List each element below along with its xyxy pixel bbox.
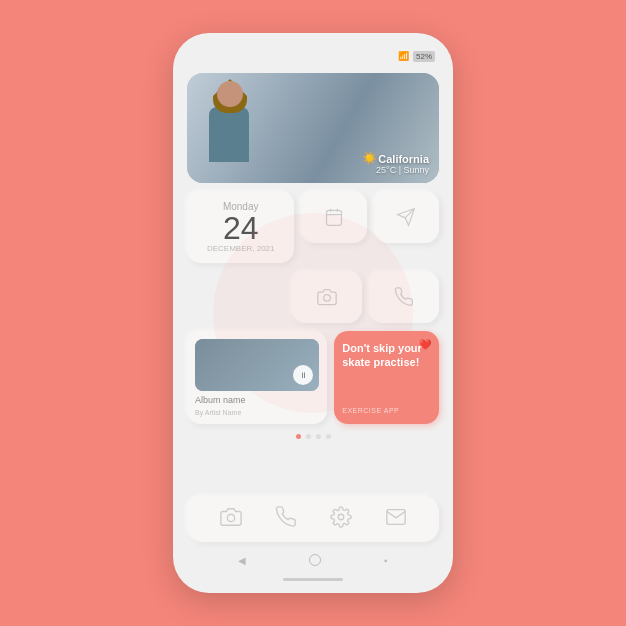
sun-icon: ☀️ <box>362 151 377 165</box>
dot-3[interactable] <box>316 434 321 439</box>
home-indicator-row: ◀ ▪ <box>187 550 439 568</box>
pause-icon: ⏸ <box>299 371 307 380</box>
dock-phone-icon <box>275 506 297 528</box>
send-app-widget[interactable] <box>374 191 439 243</box>
battery-indicator: 52% <box>413 51 435 62</box>
dock-settings-icon <box>330 506 352 528</box>
weather-info: California 25°C | Sunny <box>376 153 429 175</box>
svg-point-6 <box>324 295 331 302</box>
dot-4[interactable] <box>326 434 331 439</box>
weather-temp: 25°C | Sunny <box>376 165 429 175</box>
dock-mail-button[interactable] <box>385 506 407 532</box>
dock <box>187 496 439 542</box>
dot-1[interactable] <box>296 434 301 439</box>
person-head <box>217 81 243 107</box>
home-bar <box>283 578 343 581</box>
music-widget[interactable]: ⏸ Album name By Artist Name <box>187 331 327 424</box>
person-body <box>209 107 249 162</box>
svg-point-7 <box>227 514 234 521</box>
dock-camera-icon <box>220 506 242 528</box>
square-button[interactable]: ▪ <box>384 555 388 566</box>
exercise-widget[interactable]: ❤️ Don't skip your skate practise! EXERC… <box>334 331 439 424</box>
svg-rect-0 <box>327 210 342 225</box>
home-button[interactable] <box>309 554 321 566</box>
calendar-app-widget[interactable] <box>301 191 366 243</box>
dock-phone-button[interactable] <box>275 506 297 532</box>
calendar-widget[interactable]: Monday 24 DECEMBER, 2021 <box>187 191 294 263</box>
music-artist: By Artist Name <box>195 409 241 416</box>
wifi-icon: 📶 <box>398 51 409 61</box>
phone-frame: 📶 52% California 25°C | Sunny ☀️ Monday … <box>173 33 453 593</box>
exercise-message: Don't skip your skate practise! <box>342 341 431 370</box>
heart-icon: ❤️ <box>419 339 431 350</box>
send-icon <box>396 207 416 227</box>
dot-2[interactable] <box>306 434 311 439</box>
widgets-row-2 <box>187 271 439 323</box>
exercise-app-label: EXERCISE APP <box>342 407 399 414</box>
widgets-row-1: Monday 24 DECEMBER, 2021 <box>187 191 439 263</box>
calendar-icon <box>324 207 344 227</box>
camera-icon <box>317 287 337 307</box>
calendar-month: DECEMBER, 2021 <box>195 244 286 253</box>
back-button[interactable]: ◀ <box>238 555 246 566</box>
phone-app-widget[interactable] <box>369 271 439 323</box>
dock-settings-button[interactable] <box>330 506 352 532</box>
svg-point-8 <box>338 514 344 520</box>
music-thumbnail: ⏸ <box>195 339 319 391</box>
calendar-date: 24 <box>195 212 286 244</box>
status-bar: 📶 52% <box>187 49 439 65</box>
dock-mail-icon <box>385 506 407 528</box>
page-dots <box>187 432 439 441</box>
weather-location: California <box>378 153 429 165</box>
dock-camera-button[interactable] <box>220 506 242 532</box>
weather-widget[interactable]: California 25°C | Sunny ☀️ <box>187 73 439 183</box>
phone-icon <box>394 287 414 307</box>
camera-app-widget[interactable] <box>292 271 362 323</box>
widgets-row-3: ⏸ Album name By Artist Name ❤️ Don't ski… <box>187 331 439 424</box>
music-title: Album name <box>195 395 246 405</box>
